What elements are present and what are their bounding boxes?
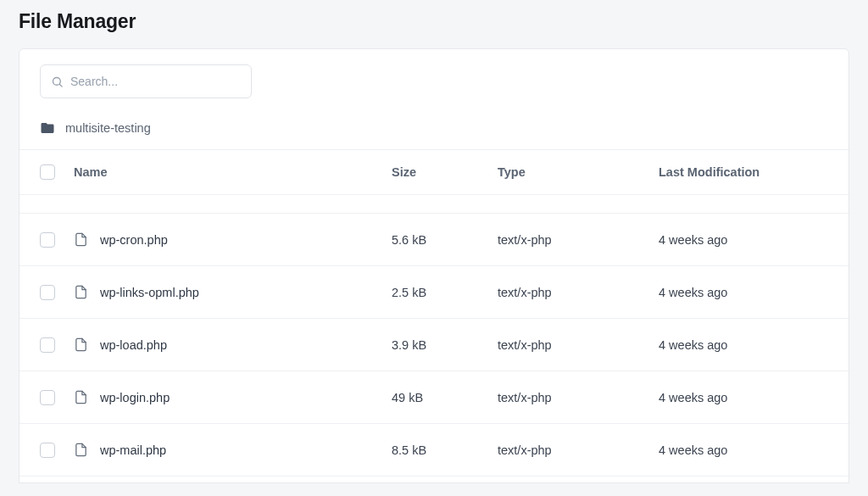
- search-input[interactable]: [70, 75, 241, 88]
- file-table: Name Size Type Last Modification wp-conf…: [19, 149, 849, 482]
- file-icon: [74, 285, 88, 299]
- table-row[interactable]: wp-login.php49 kBtext/x-php4 weeks ago: [19, 371, 849, 424]
- breadcrumb-label: multisite-testing: [65, 121, 151, 135]
- file-mod: 4 weeks ago: [659, 391, 828, 404]
- breadcrumb[interactable]: multisite-testing: [19, 110, 849, 149]
- table-body-viewport[interactable]: wp-config.php3.3 kBtext/x-php3 weeks ago…: [19, 195, 849, 482]
- file-icon: [74, 443, 88, 457]
- row-checkbox[interactable]: [40, 390, 55, 405]
- table-row[interactable]: wp-mail.php8.5 kBtext/x-php4 weeks ago: [19, 424, 849, 476]
- file-type: text/x-php: [498, 391, 659, 404]
- file-icon: [74, 337, 88, 352]
- file-size: 2.5 kB: [392, 286, 498, 299]
- file-mod: 4 weeks ago: [659, 338, 828, 352]
- folder-icon: [40, 120, 55, 136]
- row-checkbox[interactable]: [40, 285, 55, 300]
- file-size: 49 kB: [392, 391, 498, 404]
- page-title: File Manager: [19, 0, 849, 48]
- select-all-checkbox[interactable]: [40, 164, 55, 180]
- file-icon: [74, 232, 88, 247]
- col-name-header[interactable]: Name: [74, 165, 392, 179]
- search-icon: [51, 75, 64, 88]
- file-manager-panel: multisite-testing Name Size Type Last Mo…: [19, 48, 849, 483]
- file-name: wp-load.php: [100, 338, 167, 352]
- file-name: wp-cron.php: [100, 233, 168, 247]
- file-type: text/x-php: [498, 338, 659, 352]
- file-name: wp-links-opml.php: [100, 286, 199, 299]
- table-row[interactable]: wp-cron.php5.6 kBtext/x-php4 weeks ago: [19, 214, 849, 266]
- file-size: 8.5 kB: [392, 443, 498, 457]
- file-size: 3.9 kB: [392, 338, 498, 352]
- col-size-header[interactable]: Size: [392, 165, 498, 179]
- col-mod-header[interactable]: Last Modification: [659, 165, 828, 179]
- file-size: 5.6 kB: [392, 233, 498, 247]
- file-icon: [74, 390, 88, 404]
- file-name: wp-login.php: [100, 391, 170, 404]
- file-type: text/x-php: [498, 233, 659, 247]
- row-checkbox[interactable]: [40, 337, 55, 353]
- search-field[interactable]: [40, 64, 252, 98]
- table-header: Name Size Type Last Modification: [19, 149, 849, 195]
- file-mod: 4 weeks ago: [659, 443, 828, 457]
- table-row[interactable]: wp-config.php3.3 kBtext/x-php3 weeks ago: [19, 195, 849, 214]
- file-name: wp-mail.php: [100, 443, 166, 457]
- col-type-header[interactable]: Type: [498, 165, 659, 179]
- svg-line-1: [59, 84, 62, 86]
- row-checkbox[interactable]: [40, 232, 55, 248]
- file-mod: 4 weeks ago: [659, 286, 828, 299]
- table-row[interactable]: wp-links-opml.php2.5 kBtext/x-php4 weeks…: [19, 266, 849, 319]
- file-mod: 4 weeks ago: [659, 233, 828, 247]
- row-checkbox[interactable]: [40, 443, 55, 458]
- table-row[interactable]: wp-load.php3.9 kBtext/x-php4 weeks ago: [19, 319, 849, 371]
- file-type: text/x-php: [498, 443, 659, 457]
- file-type: text/x-php: [498, 286, 659, 299]
